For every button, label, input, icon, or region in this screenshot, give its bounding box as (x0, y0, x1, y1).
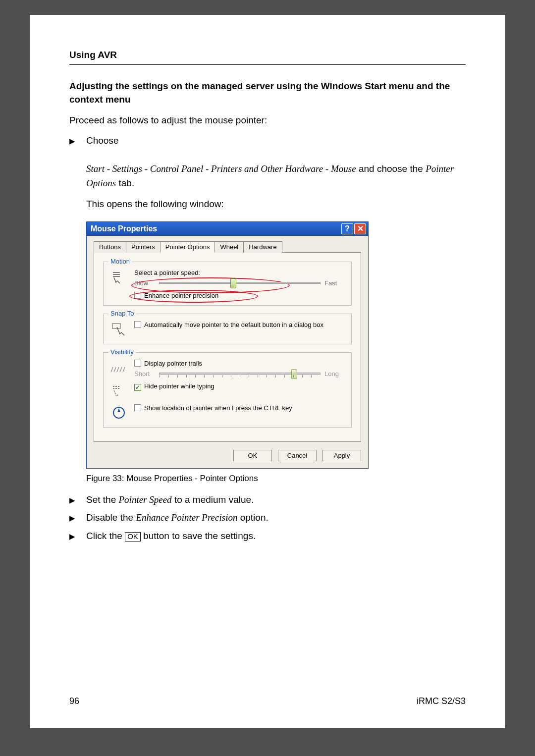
nav-path-block: Start - Settings - Control Panel - Print… (86, 162, 466, 190)
hide-typing-icon (109, 382, 128, 399)
select-speed-label: Select a pointer speed: (134, 269, 345, 276)
header-rule (69, 64, 466, 65)
tab-pointer-options[interactable]: Pointer Options (160, 241, 215, 253)
opens-text: This opens the following window: (86, 197, 466, 212)
step-text: Disable the Enhance Pointer Precision op… (86, 511, 466, 525)
group-motion: Motion Select a pointer speed: Slow (103, 262, 352, 306)
speed-slider-thumb[interactable] (230, 278, 236, 288)
speed-slider[interactable] (159, 282, 321, 284)
trails-icon (109, 360, 128, 377)
dialog-button-row: OK Cancel Apply (94, 450, 361, 461)
mouse-properties-dialog: Mouse Properties ? ✕ Buttons Pointers Po… (86, 221, 369, 469)
group-visibility-legend: Visibility (108, 348, 136, 356)
hide-typing-checkbox[interactable]: ✓ (134, 384, 141, 391)
group-snap-legend: Snap To (108, 310, 136, 317)
close-button[interactable]: ✕ (354, 223, 366, 234)
dialog-tabs: Buttons Pointers Pointer Options Wheel H… (94, 241, 361, 253)
step-text: Set the Pointer Speed to a medium value. (86, 493, 466, 507)
long-label: Long (324, 370, 345, 378)
ctrl-locate-checkbox[interactable] (134, 404, 141, 411)
short-label: Short (134, 370, 155, 378)
group-snap: Snap To Automatically move pointer to th… (103, 314, 352, 344)
enhance-precision-label: Enhance pointer precision (144, 292, 218, 299)
highlight-ellipse-speed (131, 277, 290, 293)
pointer-speed-icon (109, 269, 128, 286)
enhance-precision-checkbox[interactable] (134, 292, 141, 299)
tab-pointers[interactable]: Pointers (126, 241, 160, 253)
trails-checkbox[interactable] (134, 360, 141, 367)
text-fragment: option. (237, 512, 268, 523)
dialog-title: Mouse Properties (91, 224, 340, 233)
trails-slider[interactable] (159, 373, 321, 375)
ctrl-locate-icon (109, 404, 128, 421)
snap-label: Automatically move pointer to the defaul… (144, 321, 323, 328)
page-number: 96 (69, 696, 79, 706)
hide-typing-label: Hide pointer while typing (144, 382, 214, 390)
text-fragment: Click the (86, 531, 125, 541)
bullet-arrow-icon: ▶ (69, 511, 86, 523)
subheading: Adjusting the settings on the managed se… (69, 80, 466, 106)
tab-wheel[interactable]: Wheel (214, 241, 244, 253)
ok-button[interactable]: OK (233, 450, 272, 461)
text-emphasis: Enhance Pointer Precision (136, 512, 237, 523)
slow-label: Slow (134, 279, 155, 287)
page-footer: 96 iRMC S2/S3 (69, 696, 466, 706)
dialog-body: Buttons Pointers Pointer Options Wheel H… (87, 236, 368, 468)
tab-word: tab. (116, 178, 134, 188)
dialog-titlebar: Mouse Properties ? ✕ (87, 222, 368, 236)
snap-icon (109, 321, 128, 338)
help-button[interactable]: ? (341, 223, 353, 234)
step-text: Choose (86, 134, 466, 148)
bullet-arrow-icon: ▶ (69, 134, 86, 146)
group-motion-legend: Motion (108, 258, 132, 265)
cancel-button[interactable]: Cancel (278, 450, 317, 461)
trails-slider-thumb[interactable] (291, 369, 297, 379)
bullet-arrow-icon: ▶ (69, 493, 86, 505)
step-list-bottom: ▶ Set the Pointer Speed to a medium valu… (69, 493, 466, 543)
ctrl-locate-label: Show location of pointer when I press th… (144, 404, 292, 412)
fast-label: Fast (324, 279, 345, 287)
section-header: Using AVR (69, 50, 466, 60)
apply-button[interactable]: Apply (322, 450, 361, 461)
snap-checkbox[interactable] (134, 321, 141, 328)
nav-path: Start - Settings - Control Panel - Print… (86, 163, 356, 174)
text-fragment: button to save the settings. (141, 531, 256, 541)
doc-ref: iRMC S2/S3 (417, 696, 466, 706)
text-emphasis: Pointer Speed (119, 494, 172, 505)
ok-inline-box: OK (125, 532, 141, 541)
tab-buttons[interactable]: Buttons (94, 241, 126, 253)
bullet-arrow-icon: ▶ (69, 530, 86, 541)
text-fragment: Disable the (86, 512, 136, 523)
text-fragment: to a medium value. (172, 494, 254, 505)
tab-content: Motion Select a pointer speed: Slow (94, 253, 361, 442)
intro-text: Proceed as follows to adjust the mouse p… (69, 114, 466, 127)
step-list-top: ▶ Choose (69, 134, 466, 148)
dialog-screenshot: Mouse Properties ? ✕ Buttons Pointers Po… (86, 221, 369, 469)
group-visibility: Visibility Display pointer trails Short (103, 352, 352, 428)
nav-suffix: and choose the (356, 163, 426, 174)
tab-hardware[interactable]: Hardware (243, 241, 282, 253)
figure-caption: Figure 33: Mouse Properties - Pointer Op… (86, 474, 466, 484)
document-page: Using AVR Adjusting the settings on the … (30, 15, 505, 728)
svg-rect-0 (112, 324, 120, 328)
text-fragment: Set the (86, 494, 119, 505)
step-text: Click the OK button to save the settings… (86, 530, 466, 543)
trails-label: Display pointer trails (144, 360, 202, 367)
